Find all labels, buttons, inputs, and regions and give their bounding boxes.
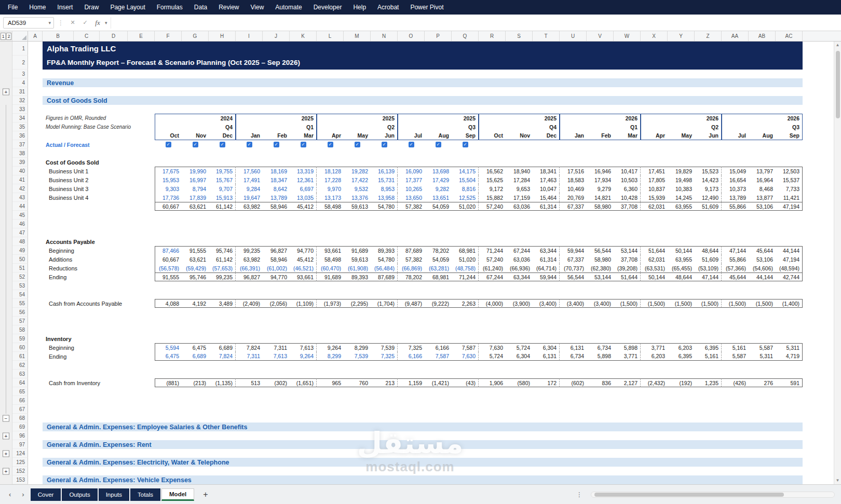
grid-cell[interactable] xyxy=(587,140,614,149)
grid-cell[interactable] xyxy=(587,158,614,167)
row-header[interactable]: 39 xyxy=(12,158,28,167)
grid-cell[interactable]: 18,128 xyxy=(317,167,344,175)
grid-cell[interactable]: 2,263 xyxy=(452,299,479,308)
grid-cell[interactable]: Dec xyxy=(533,131,560,140)
grid-cell[interactable]: 6,131 xyxy=(533,352,560,361)
grid-cell[interactable]: Aug xyxy=(425,131,452,140)
row-header[interactable]: 55 xyxy=(12,299,28,308)
grid-cell[interactable] xyxy=(28,405,43,414)
grid-cell[interactable]: 6,395 xyxy=(668,352,695,361)
column-header[interactable]: V xyxy=(587,31,614,41)
grid-cell[interactable]: Q3 xyxy=(452,122,479,131)
grid-cell[interactable]: 18,583 xyxy=(560,175,587,184)
name-box[interactable]: AD539 ▾ xyxy=(3,17,54,29)
grid-cell[interactable] xyxy=(344,334,371,343)
row-header[interactable]: 61 xyxy=(12,352,28,361)
menu-view[interactable]: View xyxy=(245,0,270,15)
grid-cell[interactable] xyxy=(28,78,43,87)
grid-cell[interactable] xyxy=(776,237,803,246)
column-header[interactable]: P xyxy=(425,31,452,41)
grid-cell[interactable]: 5,898 xyxy=(614,343,641,352)
grid-cell[interactable]: 5,587 xyxy=(749,343,776,352)
grid-cell[interactable] xyxy=(506,158,533,167)
row-header[interactable]: 49 xyxy=(12,246,28,255)
grid-cell[interactable]: 87,689 xyxy=(371,273,398,281)
grid-cell[interactable]: (61,908) xyxy=(344,264,371,273)
grid-cell[interactable]: 213 xyxy=(371,378,398,387)
grid-cell[interactable] xyxy=(641,140,668,149)
grid-cell[interactable]: 50,144 xyxy=(668,246,695,255)
grid-cell[interactable]: 12,503 xyxy=(776,167,803,175)
grid-cell[interactable]: 6,734 xyxy=(560,352,587,361)
grid-cell[interactable]: 7,630 xyxy=(452,352,479,361)
more-sheets-icon[interactable]: ⋮ xyxy=(576,491,582,498)
grid-cell[interactable]: 9,279 xyxy=(587,184,614,193)
grid-cell[interactable]: (61,240) xyxy=(479,264,506,273)
grid-cell[interactable]: 9,284 xyxy=(236,184,263,193)
grid-cell[interactable]: 37,708 xyxy=(614,202,641,211)
grid-cell[interactable]: 5,724 xyxy=(506,343,533,352)
grid-cell[interactable]: 51,644 xyxy=(614,273,641,281)
grid-cell[interactable]: 63,621 xyxy=(182,202,209,211)
grid-cell[interactable] xyxy=(668,122,695,131)
grid-cell[interactable]: 13,698 xyxy=(425,167,452,175)
grid-cell[interactable] xyxy=(28,105,43,114)
grid-cell[interactable] xyxy=(722,114,749,122)
row-header[interactable]: 59 xyxy=(12,334,28,343)
grid-cell[interactable]: 63,036 xyxy=(506,202,533,211)
grid-cell[interactable] xyxy=(479,334,506,343)
grid-cell[interactable]: 15,537 xyxy=(776,175,803,184)
grid-cell[interactable]: 2026 xyxy=(614,114,641,122)
grid-cell[interactable] xyxy=(452,158,479,167)
outline-level-2-button[interactable]: 2 xyxy=(6,33,11,40)
grid-cell[interactable]: 47,144 xyxy=(695,273,722,281)
grid-cell[interactable] xyxy=(28,299,43,308)
actual-forecast-checkbox[interactable]: ✓ xyxy=(247,142,252,147)
grid-cell[interactable] xyxy=(155,114,182,122)
grid-cell[interactable]: 10,837 xyxy=(641,184,668,193)
grid-cell[interactable]: 37,708 xyxy=(614,255,641,264)
grid-cell[interactable]: 61,314 xyxy=(533,202,560,211)
grid-cell[interactable]: 42,744 xyxy=(776,273,803,281)
grid-cell[interactable]: 6,203 xyxy=(668,343,695,352)
grid-cell[interactable] xyxy=(182,114,209,122)
row-header[interactable]: 63 xyxy=(12,370,28,378)
column-header[interactable]: S xyxy=(506,31,533,41)
grid-cell[interactable]: 95,746 xyxy=(182,273,209,281)
grid-cell[interactable] xyxy=(28,131,43,140)
grid-cell[interactable]: 45,412 xyxy=(290,202,317,211)
grid-cell[interactable] xyxy=(398,122,425,131)
grid-cell[interactable] xyxy=(28,70,43,78)
grid-cell[interactable]: (43) xyxy=(452,378,479,387)
grid-cell[interactable]: 17,491 xyxy=(236,175,263,184)
grid-cell[interactable]: 276 xyxy=(749,378,776,387)
grid-cell[interactable] xyxy=(182,122,209,131)
column-header[interactable]: J xyxy=(263,31,290,41)
row-header[interactable]: 2 xyxy=(12,56,28,70)
grid-cell[interactable] xyxy=(28,449,43,458)
column-header[interactable]: K xyxy=(290,31,317,41)
column-header[interactable]: Q xyxy=(452,31,479,41)
row-header[interactable]: 41 xyxy=(12,175,28,184)
grid-cell[interactable]: 6,689 xyxy=(209,343,236,352)
grid-cell[interactable]: (1,973) xyxy=(317,299,344,308)
row-header[interactable]: 1 xyxy=(12,42,28,56)
grid-cell[interactable]: 7,733 xyxy=(776,184,803,193)
vertical-scrollbar[interactable]: ▲ ▼ xyxy=(834,42,841,484)
grid-cell[interactable]: 11,421 xyxy=(776,193,803,202)
grid-cell[interactable]: 13,035 xyxy=(290,193,317,202)
grid-cell[interactable]: (881) xyxy=(155,378,182,387)
row-header[interactable]: 48 xyxy=(12,237,28,246)
grid-cell[interactable]: 2026 xyxy=(695,114,722,122)
grid-cell[interactable]: Mar xyxy=(614,131,641,140)
grid-cell[interactable]: (9,487) xyxy=(398,299,425,308)
grid-cell[interactable]: 58,946 xyxy=(263,202,290,211)
grid-cell[interactable]: 16,562 xyxy=(479,167,506,175)
grid-cell[interactable] xyxy=(560,158,587,167)
row-header[interactable]: 52 xyxy=(12,273,28,281)
grid-cell[interactable]: ✓ xyxy=(155,140,182,149)
grid-cell[interactable]: Jun xyxy=(695,131,722,140)
grid-cell[interactable]: Sep xyxy=(452,131,479,140)
grid-cell[interactable]: 1,906 xyxy=(479,378,506,387)
grid-cell[interactable]: 6,734 xyxy=(587,343,614,352)
